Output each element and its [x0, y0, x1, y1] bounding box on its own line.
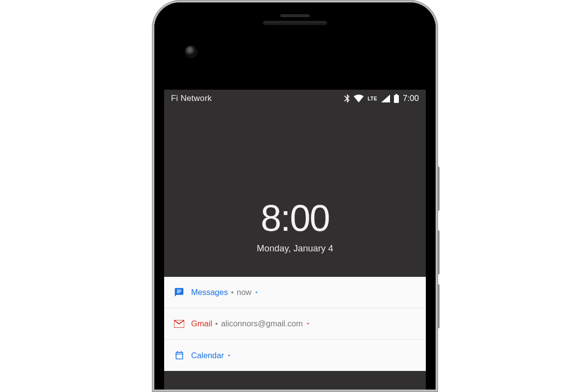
- notification-stack: Messages • now Gmail • a: [164, 277, 426, 371]
- phone-bezel: Fi Network LTE: [154, 2, 436, 390]
- calendar-icon: [174, 350, 184, 361]
- messages-icon: [174, 287, 184, 297]
- lock-clock: 8:00 Monday, January 4: [164, 196, 426, 254]
- statusbar-time: 7:00: [403, 94, 419, 103]
- chevron-down-icon[interactable]: [305, 320, 311, 327]
- power-button: [438, 167, 440, 211]
- canvas: Fi Network LTE: [0, 0, 588, 392]
- lte-label: LTE: [368, 96, 377, 101]
- notification-messages[interactable]: Messages • now: [164, 277, 426, 308]
- gmail-account: aliconnors@gmail.com: [221, 319, 303, 328]
- earpiece-speaker: [263, 21, 327, 25]
- separator-dot: •: [231, 288, 234, 297]
- screen[interactable]: Fi Network LTE: [164, 90, 426, 390]
- status-bar[interactable]: Fi Network LTE: [164, 90, 426, 107]
- sensor-pill: [280, 14, 310, 17]
- front-camera: [185, 46, 197, 58]
- wifi-icon: [354, 95, 364, 102]
- volume-up-button: [438, 230, 440, 274]
- lock-time: 8:00: [164, 196, 426, 239]
- chevron-down-icon[interactable]: [253, 289, 260, 295]
- calendar-app-label: Calendar: [191, 351, 224, 360]
- messages-meta: now: [237, 288, 251, 297]
- lock-date: Monday, January 4: [164, 243, 426, 254]
- chevron-down-icon[interactable]: [226, 352, 232, 359]
- bluetooth-icon: [344, 94, 350, 103]
- gmail-app-label: Gmail: [191, 319, 212, 328]
- notification-gmail[interactable]: Gmail • aliconnors@gmail.com: [164, 308, 426, 340]
- messages-app-label: Messages: [191, 288, 228, 297]
- carrier-label: Fi Network: [171, 94, 212, 103]
- gmail-icon: [174, 318, 184, 329]
- phone-frame: Fi Network LTE: [152, 0, 438, 392]
- battery-icon: [394, 94, 399, 103]
- cell-signal-icon: [381, 95, 390, 102]
- notification-calendar[interactable]: Calendar: [164, 340, 426, 371]
- volume-down-button: [438, 284, 440, 328]
- separator-dot: •: [215, 319, 218, 328]
